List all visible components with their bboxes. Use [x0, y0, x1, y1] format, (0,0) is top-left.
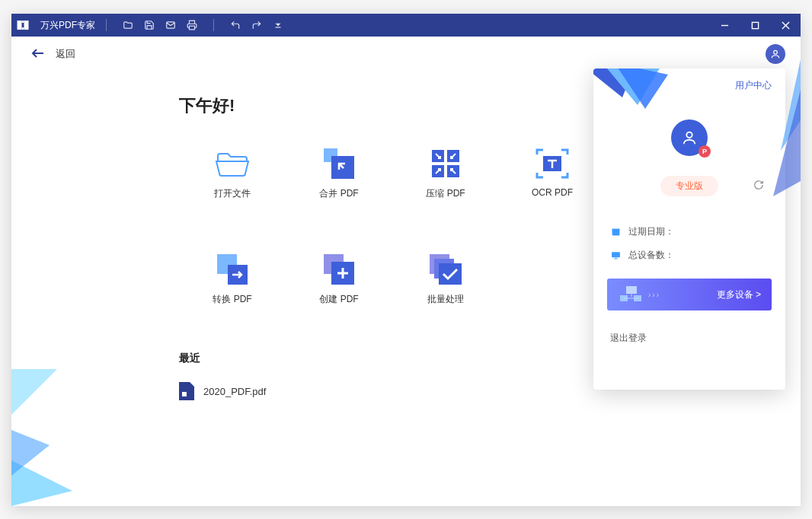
svg-marker-6: [276, 24, 281, 27]
action-label: 批量处理: [427, 293, 464, 306]
action-batch-process[interactable]: 批量处理: [392, 253, 499, 306]
pro-badge: P: [699, 145, 711, 158]
back-row: 返回: [11, 37, 801, 72]
batch-icon: [426, 253, 465, 285]
action-compress-pdf[interactable]: 压缩 PDF: [392, 148, 499, 200]
svg-rect-3: [22, 27, 24, 30]
svg-point-27: [774, 50, 778, 54]
more-icon[interactable]: [267, 14, 289, 36]
svg-rect-36: [626, 286, 637, 294]
user-panel: 用户中心 P 专业版 过期日期：: [593, 68, 785, 390]
svg-point-31: [686, 132, 692, 138]
app-logo-icon: [11, 14, 34, 37]
monitor-icon: [610, 250, 621, 261]
window-controls: [709, 14, 801, 37]
svg-rect-9: [752, 22, 758, 28]
back-arrow-icon[interactable]: [31, 48, 45, 61]
svg-rect-1: [24, 21, 29, 30]
svg-marker-43: [11, 369, 57, 415]
minimize-button[interactable]: [709, 14, 740, 37]
user-avatar-button[interactable]: [766, 44, 785, 64]
svg-rect-33: [612, 229, 619, 231]
devices-banner-icon: [618, 279, 644, 310]
expiry-label: 过期日期：: [628, 225, 674, 238]
calendar-icon: [610, 227, 621, 237]
svg-rect-7: [276, 27, 281, 27]
compress-icon: [426, 148, 465, 180]
action-merge-pdf[interactable]: 合并 PDF: [286, 148, 392, 200]
panel-avatar-icon: P: [671, 119, 708, 156]
refresh-icon[interactable]: [753, 180, 764, 193]
undo-icon[interactable]: [225, 14, 246, 36]
save-icon[interactable]: [139, 14, 160, 36]
panel-info: 过期日期： 总设备数：: [610, 225, 785, 262]
action-label: 转换 PDF: [213, 293, 251, 306]
maximize-button[interactable]: [740, 14, 770, 37]
action-open-file[interactable]: 打开文件: [179, 148, 286, 200]
ocr-icon: [532, 148, 572, 180]
banner-label: 更多设备 >: [717, 288, 761, 301]
content-area: 返回 下午好! 打开文件 合并 PDF 压缩 PDF: [11, 37, 801, 506]
svg-marker-45: [11, 430, 50, 476]
titlebar-divider: [213, 19, 214, 31]
panel-avatar-wrap: P: [593, 119, 785, 156]
action-label: 创建 PDF: [319, 293, 358, 306]
svg-rect-0: [18, 21, 22, 30]
chevron-icon: ›››: [648, 291, 660, 299]
expiry-row: 过期日期：: [610, 225, 785, 238]
open-folder-icon[interactable]: [117, 14, 139, 36]
devices-row: 总设备数：: [610, 249, 785, 262]
action-label: OCR PDF: [532, 187, 573, 198]
titlebar-divider: [106, 19, 107, 31]
print-icon[interactable]: [181, 14, 203, 36]
action-ocr-pdf[interactable]: OCR PDF: [499, 148, 606, 200]
recent-file-name: 2020_PDF.pdf: [203, 386, 266, 397]
action-label: 打开文件: [214, 187, 251, 200]
mail-icon[interactable]: [160, 14, 181, 36]
app-window: 万兴PDF专家: [11, 14, 801, 506]
app-title: 万兴PDF专家: [40, 19, 95, 32]
plan-row: 专业版: [593, 176, 785, 196]
svg-rect-2: [22, 21, 24, 23]
svg-rect-34: [612, 252, 620, 257]
action-convert-pdf[interactable]: 转换 PDF: [179, 253, 286, 306]
redo-icon[interactable]: [246, 14, 267, 36]
panel-decoration-icon: [593, 68, 668, 113]
svg-rect-5: [190, 26, 195, 30]
svg-rect-35: [614, 258, 617, 259]
convert-icon: [213, 253, 252, 285]
logout-link[interactable]: 退出登录: [610, 332, 785, 345]
folder-open-icon: [213, 148, 252, 180]
titlebar: 万兴PDF专家: [11, 14, 801, 37]
action-label: 合并 PDF: [319, 187, 358, 200]
svg-rect-26: [439, 263, 462, 285]
action-label: 压缩 PDF: [426, 187, 465, 200]
create-icon: [319, 253, 359, 285]
plan-tag: 专业版: [660, 176, 718, 196]
pdf-file-icon: [179, 382, 194, 400]
window-decoration-bl: [11, 369, 72, 506]
back-label[interactable]: 返回: [56, 47, 75, 61]
more-devices-banner[interactable]: ››› 更多设备 >: [607, 279, 772, 310]
svg-marker-44: [11, 460, 72, 506]
close-button[interactable]: [770, 14, 801, 37]
action-create-pdf[interactable]: 创建 PDF: [286, 253, 392, 306]
merge-icon: [319, 148, 359, 180]
devices-label: 总设备数：: [628, 249, 674, 262]
